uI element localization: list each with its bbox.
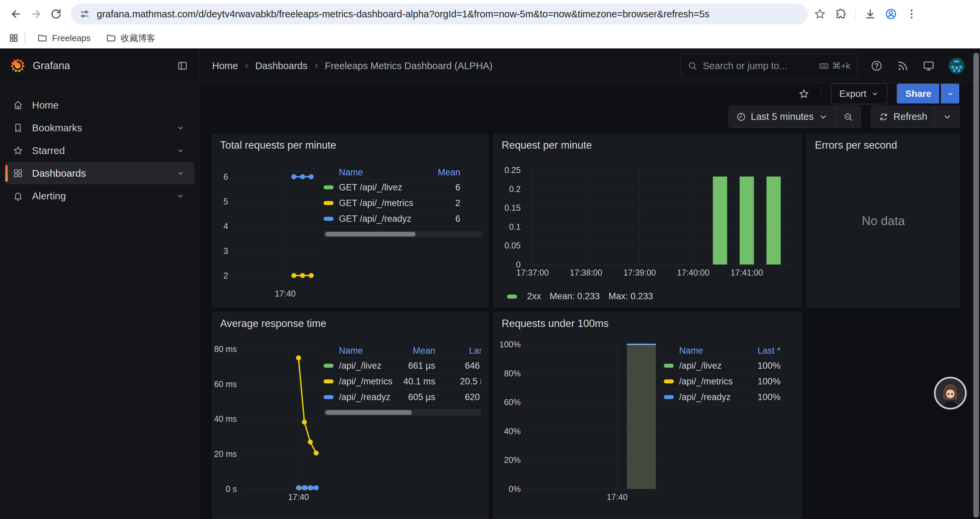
chart-errors-per-second[interactable]: No data bbox=[807, 152, 960, 307]
refresh-interval-button[interactable] bbox=[935, 106, 960, 128]
legend-row[interactable]: /api/_/readyz100% bbox=[664, 390, 781, 405]
assistant-avatar-widget[interactable] bbox=[934, 377, 967, 409]
refresh-group: Refresh bbox=[871, 106, 960, 128]
profile-icon[interactable] bbox=[885, 8, 897, 20]
legend-value: 6 bbox=[427, 214, 460, 224]
data-point[interactable] bbox=[308, 439, 313, 444]
share-menu-button[interactable] bbox=[941, 83, 960, 104]
legend-row[interactable]: GET /api/_/livez6 bbox=[323, 180, 460, 195]
data-point[interactable] bbox=[309, 485, 314, 490]
extensions-icon[interactable] bbox=[835, 8, 846, 20]
legend-col-header[interactable]: Mean bbox=[427, 167, 460, 178]
legend-col-header[interactable]: Last * bbox=[740, 346, 781, 356]
favorite-dashboard-button[interactable] bbox=[796, 86, 812, 102]
bar[interactable] bbox=[740, 177, 754, 265]
kiosk-mode-button[interactable] bbox=[923, 60, 935, 72]
data-point[interactable] bbox=[297, 485, 302, 490]
zoom-out-button[interactable] bbox=[836, 106, 861, 128]
browser-menu-icon[interactable] bbox=[905, 8, 918, 20]
legend-col-header[interactable]: Last * bbox=[435, 346, 481, 356]
news-button[interactable] bbox=[897, 60, 908, 72]
panel-title[interactable]: Requests under 100ms bbox=[494, 312, 802, 330]
sidebar-item-bookmarks[interactable]: Bookmarks bbox=[5, 117, 194, 139]
series-line[interactable] bbox=[299, 358, 316, 453]
address-bar[interactable]: grafana.mathmast.com/d/deytv4rwavabkb/fr… bbox=[71, 4, 808, 24]
site-settings-icon[interactable] bbox=[80, 9, 90, 19]
bookmark-folder-freeleaps[interactable]: Freeleaps bbox=[32, 30, 96, 46]
legend-col-header[interactable]: Mean bbox=[395, 346, 435, 356]
share-button[interactable]: Share bbox=[897, 83, 940, 104]
chart-average-response-time[interactable]: 80 ms60 ms40 ms20 ms0 s17:40NameMeanLast… bbox=[212, 331, 488, 519]
y-axis-tick-label: 20 ms bbox=[214, 449, 237, 458]
legend-scrollbar-thumb[interactable] bbox=[325, 232, 415, 236]
chevron-down-icon[interactable] bbox=[172, 143, 188, 159]
data-point[interactable] bbox=[291, 273, 296, 278]
legend-row[interactable]: /api/_/livez661 µs646 µs bbox=[323, 358, 481, 374]
apps-grid-icon[interactable] bbox=[9, 33, 19, 43]
bookmark-star-icon[interactable] bbox=[814, 8, 826, 20]
panel-title[interactable]: Average response time bbox=[212, 312, 488, 330]
y-axis-tick-label: 3 bbox=[223, 246, 228, 256]
legend-series-name: /api/_/metrics bbox=[339, 376, 395, 387]
home-icon bbox=[13, 100, 23, 110]
legend-row[interactable]: /api/_/metrics100% bbox=[664, 374, 781, 390]
export-button[interactable]: Export bbox=[831, 83, 887, 104]
bookmark-folder-blogs[interactable]: 收藏博客 bbox=[101, 30, 161, 47]
data-point[interactable] bbox=[300, 174, 305, 179]
sidebar-item-dashboards[interactable]: Dashboards bbox=[5, 162, 194, 184]
data-point[interactable] bbox=[309, 273, 314, 278]
chevron-down-icon[interactable] bbox=[172, 165, 188, 181]
legend-2xx[interactable]: 2xx Mean: 0.233 Max: 0.233 bbox=[507, 291, 653, 302]
chart-requests-under-100ms[interactable]: 0%20%40%60%80%100%17:40NameLast */api/_/… bbox=[494, 331, 802, 519]
legend-scrollbar-thumb[interactable] bbox=[325, 410, 412, 415]
data-point[interactable] bbox=[303, 485, 308, 490]
help-button[interactable] bbox=[870, 60, 883, 72]
data-point[interactable] bbox=[296, 355, 301, 360]
search-input[interactable]: Search or jump to... ⌘+k bbox=[681, 53, 857, 78]
back-button[interactable] bbox=[7, 5, 25, 23]
legend-col-name[interactable]: Name bbox=[339, 346, 395, 356]
legend-col-name[interactable]: Name bbox=[679, 346, 740, 356]
chart-request-per-minute[interactable]: 00.050.10.150.20.2517:37:0017:38:0017:39… bbox=[494, 152, 802, 307]
downloads-icon[interactable] bbox=[864, 8, 876, 20]
chevron-down-icon[interactable] bbox=[172, 120, 188, 136]
data-point[interactable] bbox=[309, 174, 314, 179]
legend-row[interactable]: /api/_/readyz605 µs620 µs bbox=[323, 390, 481, 405]
legend-scrollbar[interactable] bbox=[323, 409, 481, 416]
data-point[interactable] bbox=[313, 485, 318, 490]
breadcrumb-home[interactable]: Home bbox=[212, 61, 238, 72]
legend-scrollbar[interactable] bbox=[323, 231, 482, 238]
refresh-button[interactable]: Refresh bbox=[871, 106, 935, 128]
grafana-logo[interactable] bbox=[10, 58, 25, 73]
data-point[interactable] bbox=[302, 420, 307, 425]
user-avatar[interactable] bbox=[949, 58, 965, 74]
legend-row[interactable]: /api/_/metrics40.1 ms20.5 ms bbox=[323, 374, 481, 390]
data-point[interactable] bbox=[291, 174, 296, 179]
bar[interactable] bbox=[767, 177, 781, 265]
panel-title[interactable]: Errors per second bbox=[807, 134, 960, 151]
sidebar-item-home[interactable]: Home bbox=[5, 94, 194, 116]
chevron-down-icon bbox=[946, 90, 954, 98]
legend-col-name[interactable]: Name bbox=[339, 167, 427, 178]
breadcrumb-dashboards[interactable]: Dashboards bbox=[255, 61, 307, 72]
legend-row[interactable]: /api/_/livez100% bbox=[664, 358, 781, 374]
chart-canvas[interactable]: 00.050.10.150.20.2517:37:0017:38:0017:39… bbox=[494, 152, 802, 307]
page-scrollbar-thumb[interactable] bbox=[973, 53, 979, 517]
dock-menu-button[interactable] bbox=[175, 58, 191, 74]
chart-total-requests[interactable]: 6543217:40NameMeanGET /api/_/livez6GET /… bbox=[212, 152, 488, 307]
data-point[interactable] bbox=[313, 450, 318, 455]
reload-button[interactable] bbox=[48, 5, 65, 23]
panel-title[interactable]: Request per minute bbox=[494, 134, 802, 151]
data-point[interactable] bbox=[300, 273, 305, 278]
forward-button[interactable] bbox=[27, 5, 45, 23]
area-fill[interactable] bbox=[627, 344, 656, 489]
sidebar-item-starred[interactable]: Starred bbox=[5, 140, 194, 162]
y-axis-tick-label: 60% bbox=[504, 398, 521, 407]
chevron-down-icon[interactable] bbox=[172, 188, 188, 204]
legend-row[interactable]: GET /api/_/metrics2 bbox=[323, 195, 460, 211]
panel-title[interactable]: Total requests per minute bbox=[212, 134, 488, 151]
bar[interactable] bbox=[713, 177, 727, 265]
time-range-picker[interactable]: Last 5 minutes bbox=[729, 106, 836, 128]
sidebar-item-alerting[interactable]: Alerting bbox=[5, 185, 194, 207]
legend-row[interactable]: GET /api/_/readyz6 bbox=[323, 211, 460, 227]
